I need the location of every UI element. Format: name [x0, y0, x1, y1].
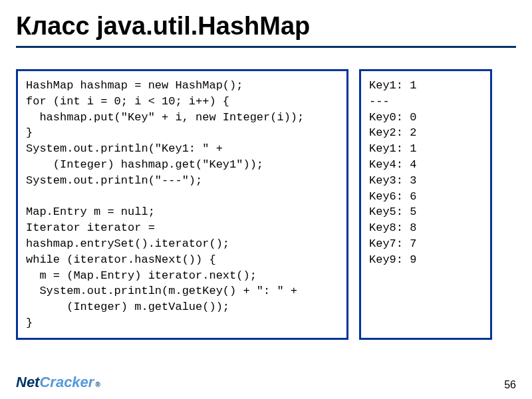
logo-part2: Cracker [39, 374, 94, 391]
output-text: Key1: 1 --- Key0: 0 Key2: 2 Key1: 1 Key4… [369, 78, 482, 268]
code-snippet: HashMap hashmap = new HashMap(); for (in… [26, 78, 338, 331]
logo-part1: Net [16, 374, 39, 391]
code-box-left: HashMap hashmap = new HashMap(); for (in… [16, 69, 348, 340]
slide-title: Класс java.util.HashMap [0, 0, 532, 46]
logo: NetCracker® [16, 374, 100, 391]
footer: NetCracker® 56 [16, 374, 516, 391]
content-area: HashMap hashmap = new HashMap(); for (in… [0, 48, 532, 340]
page-number: 56 [504, 379, 516, 391]
code-box-right: Key1: 1 --- Key0: 0 Key2: 2 Key1: 1 Key4… [359, 69, 492, 340]
logo-registered: ® [95, 381, 100, 388]
